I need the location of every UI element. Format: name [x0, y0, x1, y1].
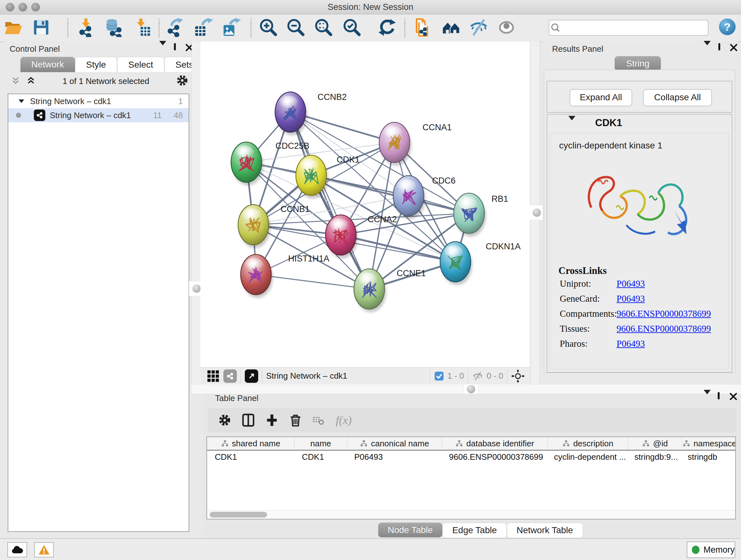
crosslink-compartments-link[interactable]: 9606.ENSP00000378699	[616, 308, 711, 319]
selected-checkbox-icon[interactable]	[434, 371, 444, 381]
right-splitter[interactable]	[530, 42, 540, 384]
tab-string[interactable]: String	[615, 56, 661, 71]
crosslink-uniprot-link[interactable]: P06493	[616, 278, 645, 289]
entry-expander-icon[interactable]	[568, 120, 576, 126]
crosslink-row: Pharos: P06493	[550, 338, 728, 354]
toolbar-separator	[67, 19, 68, 37]
import-table-icon[interactable]	[133, 17, 153, 37]
svg-text:CCNB1: CCNB1	[280, 204, 310, 214]
tab-network-table[interactable]: Network Table	[507, 523, 583, 538]
create-column-icon[interactable]	[265, 413, 279, 427]
network-canvas[interactable]: CCNB2CCNA1CDC25BCDK1CDC6RB1CCNB1CCNA2CDK…	[200, 42, 530, 367]
delete-column-icon[interactable]	[288, 413, 302, 427]
import-network-database-icon[interactable]	[104, 17, 124, 37]
panel-close-icon[interactable]	[730, 44, 738, 53]
apply-layout-icon[interactable]	[378, 17, 397, 37]
share-document-icon[interactable]	[413, 17, 432, 37]
expander-icon[interactable]	[18, 99, 25, 104]
table-toolbar: f(x)	[208, 408, 737, 432]
show-hidden-icon[interactable]	[496, 17, 516, 37]
selector-status: 1 of 1 Network selected	[37, 76, 176, 86]
export-table-icon[interactable]	[194, 17, 213, 37]
crosslink-label: Uniprot:	[560, 278, 591, 289]
table-row[interactable]: CDK1 CDK1 P06493 9606.ENSP00000378699 cy…	[207, 450, 735, 463]
svg-text:CCNE1: CCNE1	[397, 268, 426, 278]
network-collection-row[interactable]: String Network – cdk1 1	[8, 94, 189, 108]
network-options-gear-icon[interactable]	[176, 74, 189, 88]
panel-float-icon[interactable]	[718, 44, 720, 50]
zoom-fit-icon[interactable]	[314, 17, 333, 37]
fit-selected-crosshair-icon[interactable]	[511, 369, 525, 383]
string-style-icon[interactable]	[223, 369, 237, 383]
table-header-row: shared name name canonical name database…	[207, 437, 735, 450]
results-panel-title: Results Panel	[552, 44, 603, 54]
crosslink-pharos-link[interactable]: P06493	[616, 338, 645, 349]
cdk1-entry: CDK1 cyclin-dependent kinase 1	[547, 114, 732, 373]
svg-text:CDKN1A: CDKN1A	[486, 242, 521, 251]
entry-description: cyclin-dependent kinase 1	[559, 140, 728, 151]
birds-eye-view-icon[interactable]	[207, 370, 219, 382]
help-icon[interactable]: ?	[719, 18, 736, 35]
panel-float-icon[interactable]	[718, 393, 720, 399]
tab-style[interactable]: Style	[75, 57, 117, 73]
hide-selected-icon[interactable]	[469, 17, 488, 37]
collapse-all-button[interactable]: Collapse All	[643, 89, 712, 106]
tab-node-table[interactable]: Node Table	[378, 523, 442, 537]
zoom-in-icon[interactable]	[259, 17, 278, 37]
export-image-icon[interactable]	[221, 17, 241, 37]
cloud-button[interactable]	[7, 542, 27, 557]
warning-icon	[38, 544, 50, 555]
table-horizontal-scrollbar[interactable]	[207, 510, 735, 519]
crosslink-genecard-link[interactable]: P06493	[616, 294, 645, 304]
expand-all-icon[interactable]	[25, 75, 37, 87]
zoom-selected-icon[interactable]	[342, 17, 362, 37]
network-row-selected[interactable]: String Network – cdk1 11 48	[8, 108, 189, 122]
scrollbar-thumb[interactable]	[210, 512, 267, 517]
collapse-all-icon[interactable]	[10, 75, 21, 87]
column-header[interactable]: database identifier	[442, 437, 548, 450]
horizontal-splitter[interactable]	[192, 384, 741, 394]
table-settings-gear-icon[interactable]	[218, 413, 232, 427]
column-header[interactable]: namespace	[682, 437, 736, 450]
crosslink-row: GeneCard: P06493	[550, 294, 728, 308]
column-header[interactable]: canonical name	[347, 437, 442, 450]
hidden-eye-icon[interactable]	[472, 370, 483, 382]
column-header[interactable]: description	[548, 437, 628, 450]
zoom-out-icon[interactable]	[286, 17, 306, 37]
string-network-graph[interactable]: CCNB2CCNA1CDC25BCDK1CDC6RB1CCNB1CCNA2CDK…	[200, 42, 530, 367]
toolbar-separator	[404, 19, 405, 37]
search-input[interactable]	[564, 23, 708, 33]
memory-button[interactable]: Memory	[687, 542, 735, 558]
column-header[interactable]: shared name	[207, 437, 294, 450]
panel-menu-icon[interactable]	[704, 45, 711, 51]
column-header[interactable]: @id	[628, 437, 682, 450]
save-session-icon[interactable]	[31, 17, 51, 37]
column-header[interactable]: name	[294, 437, 347, 450]
tab-edge-table[interactable]: Edge Table	[442, 523, 507, 538]
right-splitter-handle[interactable]	[529, 205, 544, 220]
memory-status-icon	[692, 546, 699, 554]
open-in-window-icon[interactable]	[245, 369, 258, 383]
node-table[interactable]: shared name name canonical name database…	[206, 436, 736, 519]
svg-text:RB1: RB1	[491, 194, 509, 204]
string-home-icon[interactable]	[441, 17, 461, 37]
tab-network[interactable]: Network	[20, 57, 75, 72]
panel-menu-icon[interactable]	[704, 394, 711, 400]
search-field[interactable]	[549, 20, 709, 36]
function-builder-icon[interactable]: f(x)	[336, 414, 352, 427]
panel-float-icon[interactable]	[174, 44, 176, 50]
import-network-file-icon[interactable]	[77, 17, 97, 37]
export-network-icon[interactable]	[166, 17, 186, 37]
clear-table-icon[interactable]	[312, 414, 325, 427]
expand-all-button[interactable]: Expand All	[569, 89, 632, 106]
warnings-button[interactable]	[34, 542, 54, 557]
panel-menu-icon[interactable]	[159, 45, 166, 51]
panel-close-icon[interactable]	[729, 392, 738, 402]
selected-counts: 1 - 0	[448, 371, 464, 381]
tab-select[interactable]: Select	[117, 57, 164, 73]
open-session-icon[interactable]	[3, 17, 23, 37]
show-columns-icon[interactable]	[241, 413, 255, 427]
crosslink-tissues-link[interactable]: 9606.ENSP00000378699	[616, 323, 711, 334]
collection-count: 1	[179, 97, 183, 106]
left-splitter[interactable]	[192, 42, 201, 384]
